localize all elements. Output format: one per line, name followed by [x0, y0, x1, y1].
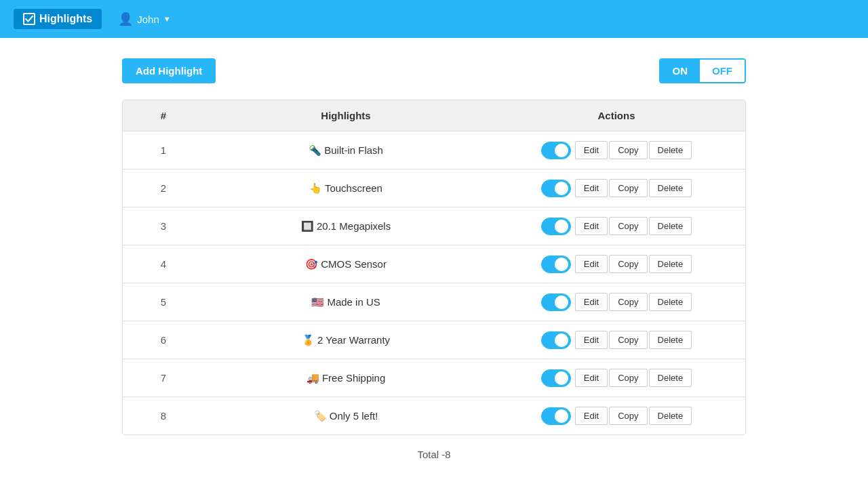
- delete-button[interactable]: Delete: [649, 179, 692, 197]
- row-toggle-switch[interactable]: [541, 331, 571, 349]
- toggle-group: ON OFF: [659, 58, 747, 83]
- edit-button[interactable]: Edit: [575, 369, 608, 387]
- action-group: EditCopyDelete: [498, 331, 734, 349]
- edit-button[interactable]: Edit: [575, 331, 608, 349]
- row-highlight: 🔲 20.1 Megapixels: [204, 207, 488, 245]
- row-actions: EditCopyDelete: [488, 321, 745, 359]
- row-actions: EditCopyDelete: [488, 207, 745, 245]
- nav-logo[interactable]: Highlights: [14, 9, 102, 29]
- delete-button[interactable]: Delete: [649, 407, 692, 425]
- delete-button[interactable]: Delete: [649, 331, 692, 349]
- highlights-table-container: # Highlights Actions 1🔦 Built-in FlashEd…: [122, 100, 746, 435]
- row-actions: EditCopyDelete: [488, 359, 745, 397]
- row-highlight: 🎯 CMOS Sensor: [204, 245, 488, 283]
- row-number: 6: [123, 321, 204, 359]
- row-toggle-switch[interactable]: [541, 256, 571, 273]
- table-row: 3🔲 20.1 MegapixelsEditCopyDelete: [123, 207, 745, 245]
- row-toggle-switch[interactable]: [541, 369, 571, 387]
- total-label: Total -8: [417, 449, 450, 460]
- checkbox-icon: [23, 13, 35, 25]
- row-actions: EditCopyDelete: [488, 397, 745, 435]
- table-row: 5🇺🇸 Made in USEditCopyDelete: [123, 283, 745, 321]
- row-number: 3: [123, 207, 204, 245]
- row-toggle-switch[interactable]: [541, 180, 571, 197]
- action-group: EditCopyDelete: [498, 255, 734, 273]
- col-header-highlights: Highlights: [204, 100, 488, 131]
- user-name: John: [137, 14, 159, 25]
- delete-button[interactable]: Delete: [649, 369, 692, 387]
- action-group: EditCopyDelete: [498, 407, 734, 425]
- row-toggle-switch[interactable]: [541, 293, 571, 311]
- toggle-knob: [555, 371, 568, 385]
- row-highlight: 🏷️ Only 5 left!: [204, 397, 488, 435]
- col-header-number: #: [123, 100, 204, 131]
- row-toggle-switch[interactable]: [541, 142, 571, 159]
- copy-button[interactable]: Copy: [609, 217, 647, 235]
- toggle-knob: [555, 333, 568, 347]
- table-row: 1🔦 Built-in FlashEditCopyDelete: [123, 131, 745, 169]
- row-actions: EditCopyDelete: [488, 245, 745, 283]
- toggle-knob: [555, 182, 568, 195]
- row-toggle-switch[interactable]: [541, 218, 571, 235]
- nav-user[interactable]: 👤 John ▼: [118, 12, 170, 26]
- edit-button[interactable]: Edit: [575, 217, 608, 235]
- action-group: EditCopyDelete: [498, 293, 734, 311]
- action-group: EditCopyDelete: [498, 369, 734, 387]
- action-group: EditCopyDelete: [498, 179, 734, 197]
- copy-button[interactable]: Copy: [609, 179, 647, 197]
- row-actions: EditCopyDelete: [488, 169, 745, 207]
- action-group: EditCopyDelete: [498, 141, 734, 159]
- row-number: 1: [123, 131, 204, 169]
- delete-button[interactable]: Delete: [649, 217, 692, 235]
- row-highlight: 🔦 Built-in Flash: [204, 131, 488, 169]
- row-number: 7: [123, 359, 204, 397]
- main-content: Add Highlight ON OFF # Highlights Action…: [0, 38, 868, 488]
- row-actions: EditCopyDelete: [488, 131, 745, 169]
- toggle-knob: [555, 220, 568, 233]
- row-highlight: 🚚 Free Shipping: [204, 359, 488, 397]
- toggle-on-button[interactable]: ON: [660, 60, 701, 82]
- table-body: 1🔦 Built-in FlashEditCopyDelete2👆 Touchs…: [123, 131, 745, 435]
- toggle-off-button[interactable]: OFF: [700, 60, 745, 82]
- col-header-actions: Actions: [488, 100, 745, 131]
- toolbar: Add Highlight ON OFF: [122, 58, 746, 83]
- add-highlight-button[interactable]: Add Highlight: [122, 58, 216, 83]
- copy-button[interactable]: Copy: [609, 255, 647, 273]
- row-toggle-switch[interactable]: [541, 407, 571, 425]
- row-number: 8: [123, 397, 204, 435]
- navbar: Highlights 👤 John ▼: [0, 0, 868, 38]
- delete-button[interactable]: Delete: [649, 255, 692, 273]
- row-actions: EditCopyDelete: [488, 283, 745, 321]
- table-header: # Highlights Actions: [123, 100, 745, 131]
- toggle-knob: [555, 409, 568, 423]
- app-title: Highlights: [39, 13, 92, 25]
- toggle-knob: [555, 144, 568, 157]
- toggle-knob: [555, 296, 568, 309]
- highlights-table: # Highlights Actions 1🔦 Built-in FlashEd…: [123, 100, 745, 434]
- edit-button[interactable]: Edit: [575, 293, 608, 311]
- edit-button[interactable]: Edit: [575, 141, 608, 159]
- toggle-knob: [555, 258, 568, 271]
- table-row: 4🎯 CMOS SensorEditCopyDelete: [123, 245, 745, 283]
- row-highlight: 👆 Touchscreen: [204, 169, 488, 207]
- copy-button[interactable]: Copy: [609, 293, 647, 311]
- edit-button[interactable]: Edit: [575, 407, 608, 425]
- edit-button[interactable]: Edit: [575, 179, 608, 197]
- row-number: 5: [123, 283, 204, 321]
- delete-button[interactable]: Delete: [649, 141, 692, 159]
- copy-button[interactable]: Copy: [609, 369, 647, 387]
- row-number: 4: [123, 245, 204, 283]
- total-row: Total -8: [122, 435, 746, 474]
- user-icon: 👤: [118, 12, 133, 26]
- action-group: EditCopyDelete: [498, 217, 734, 235]
- delete-button[interactable]: Delete: [649, 293, 692, 311]
- chevron-down-icon: ▼: [163, 15, 171, 23]
- copy-button[interactable]: Copy: [609, 407, 647, 425]
- row-number: 2: [123, 169, 204, 207]
- copy-button[interactable]: Copy: [609, 141, 647, 159]
- row-highlight: 🏅 2 Year Warranty: [204, 321, 488, 359]
- row-highlight: 🇺🇸 Made in US: [204, 283, 488, 321]
- edit-button[interactable]: Edit: [575, 255, 608, 273]
- copy-button[interactable]: Copy: [609, 331, 647, 349]
- table-row: 6🏅 2 Year WarrantyEditCopyDelete: [123, 321, 745, 359]
